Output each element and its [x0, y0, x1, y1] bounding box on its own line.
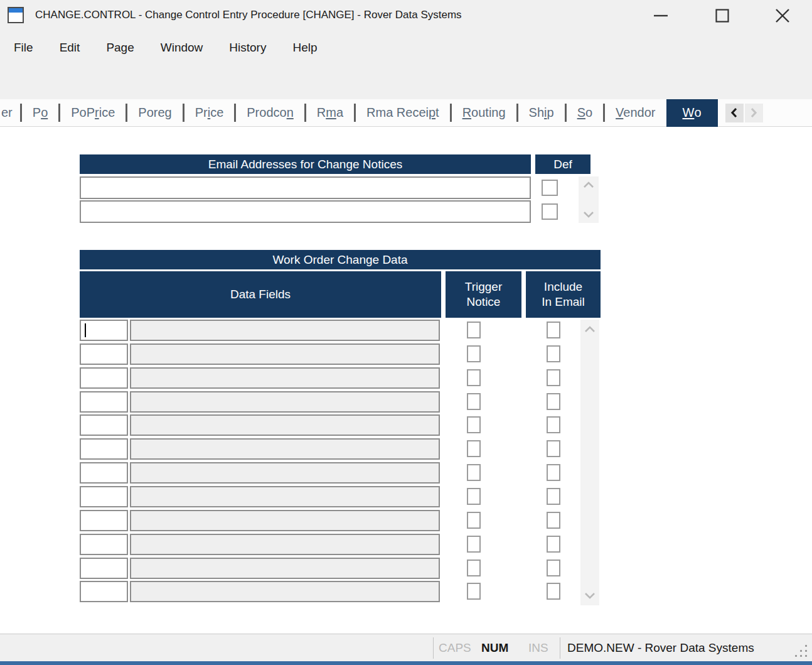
wo-description-row-2-input	[131, 345, 439, 364]
wo-description-row-3	[130, 367, 440, 389]
trigger-notice-checkbox-row-4[interactable]	[467, 393, 481, 410]
wo-description-row-10-input	[131, 535, 439, 554]
wo-description-row-9	[130, 510, 440, 531]
wo-field-row-3	[80, 367, 128, 389]
trigger-notice-checkbox-row-5[interactable]	[467, 416, 481, 433]
include-in-email-checkbox-row-8[interactable]	[547, 488, 560, 505]
include-in-email-checkbox-row-9[interactable]	[547, 512, 560, 529]
tab-routing[interactable]: Routing	[452, 105, 516, 120]
wo-field-row-7	[80, 462, 128, 484]
wo-field-row-8	[80, 486, 128, 507]
tab-prodcon[interactable]: Prodcon	[236, 105, 304, 120]
maximize-button[interactable]	[704, 0, 740, 31]
wo-field-row-9	[80, 510, 128, 531]
tab-scroll-left-button[interactable]	[725, 104, 744, 122]
wo-field-row-9-input[interactable]	[81, 511, 127, 530]
wo-field-row-10-input[interactable]	[81, 535, 127, 554]
close-button[interactable]	[764, 0, 801, 31]
status-separator	[433, 637, 434, 659]
include-in-email-checkbox-row-5[interactable]	[547, 416, 560, 433]
wo-description-row-8	[130, 486, 440, 507]
wo-field-row-11-input[interactable]	[81, 559, 127, 578]
wo-field-row-12-input[interactable]	[81, 582, 127, 601]
tab-strip: erPoPoPricePoregPriceProdconRmaRma Recei…	[0, 99, 812, 127]
wo-description-row-8-input	[131, 487, 439, 506]
wo-field-row-10	[80, 534, 128, 555]
menu-page[interactable]: Page	[106, 41, 134, 55]
trigger-notice-checkbox-row-11[interactable]	[467, 560, 481, 576]
tab-so[interactable]: So	[567, 105, 603, 120]
status-ins-indicator: INS	[528, 634, 548, 661]
trigger-notice-checkbox-row-6[interactable]	[467, 440, 481, 457]
include-in-email-checkbox-row-6[interactable]	[547, 440, 560, 457]
include-in-email-checkbox-row-1[interactable]	[547, 322, 560, 338]
wo-field-row-8-input[interactable]	[81, 487, 127, 506]
close-icon	[775, 8, 790, 23]
trigger-notice-checkbox-row-12[interactable]	[467, 583, 481, 600]
wo-field-row-5-input[interactable]	[81, 416, 127, 435]
include-in-email-checkbox-row-4[interactable]	[547, 393, 560, 410]
chevron-left-icon	[730, 107, 738, 118]
trigger-notice-checkbox-row-10[interactable]	[467, 536, 481, 553]
menu-window[interactable]: Window	[161, 41, 203, 55]
menu-history[interactable]: History	[229, 41, 266, 55]
maximize-icon	[715, 9, 729, 23]
wo-field-row-11	[80, 558, 128, 579]
tab-er[interactable]: er	[0, 105, 20, 120]
include-in-email-checkbox-row-10[interactable]	[547, 536, 560, 553]
wo-field-row-4	[80, 391, 128, 413]
wo-field-row-1-input[interactable]	[81, 321, 127, 340]
wo-field-row-7-input[interactable]	[81, 463, 127, 482]
wo-field-row-2-input[interactable]	[81, 345, 127, 364]
wo-field-row-12	[80, 581, 128, 602]
trigger-notice-checkbox-row-8[interactable]	[467, 488, 481, 505]
menu-help[interactable]: Help	[292, 41, 317, 55]
trigger-notice-checkbox-row-2[interactable]	[467, 345, 481, 362]
trigger-notice-checkbox-row-9[interactable]	[467, 512, 481, 529]
resize-grip[interactable]	[794, 644, 807, 657]
tab-ship[interactable]: Ship	[518, 105, 565, 120]
include-in-email-checkbox-row-3[interactable]	[547, 369, 560, 386]
tab-strip-tabs: erPoPoPricePoregPriceProdconRmaRma Recei…	[0, 99, 718, 126]
tab-price[interactable]: Price	[184, 105, 235, 120]
menu-file[interactable]: File	[14, 41, 33, 55]
scroll-down-icon[interactable]	[584, 592, 596, 600]
scroll-up-icon[interactable]	[584, 325, 596, 333]
tab-rma[interactable]: Rma	[306, 105, 354, 120]
trigger-notice-checkbox-row-7[interactable]	[467, 464, 481, 481]
tab-rma-receipt[interactable]: Rma Receipt	[356, 105, 450, 120]
wo-description-row-2	[130, 343, 440, 365]
wo-description-row-12	[130, 581, 440, 602]
wo-field-row-4-input[interactable]	[81, 392, 127, 411]
tab-poreg[interactable]: Poreg	[127, 105, 182, 120]
window-title: CHANGE.CONTROL - Change Control Entry Pr…	[35, 9, 462, 21]
tab-poprice[interactable]: PoPrice	[60, 105, 126, 120]
wo-field-row-6	[80, 438, 128, 460]
wo-description-row-7	[130, 462, 440, 484]
wo-field-row-6-input[interactable]	[81, 440, 127, 458]
minimize-icon	[653, 14, 668, 17]
include-in-email-checkbox-row-7[interactable]	[547, 464, 560, 481]
menu-bar: FileEditPageWindowHistoryHelp	[0, 33, 812, 63]
wo-description-row-10	[130, 534, 440, 555]
tab-scroll-right-button[interactable]	[745, 104, 763, 122]
trigger-notice-checkbox-row-1[interactable]	[467, 322, 481, 338]
tab-wo[interactable]: Wo	[666, 99, 718, 127]
wo-description-row-7-input	[131, 463, 439, 482]
trigger-notice-checkbox-row-3[interactable]	[467, 369, 481, 386]
wo-description-row-6-input	[131, 440, 439, 458]
tab-vendor[interactable]: Vendor	[605, 105, 666, 120]
minimize-button[interactable]	[643, 0, 679, 31]
work-order-scrollbar[interactable]	[580, 320, 599, 605]
menu-edit[interactable]: Edit	[60, 41, 80, 55]
window-border	[0, 661, 812, 665]
include-in-email-checkbox-row-12[interactable]	[547, 583, 560, 600]
status-num-indicator: NUM	[481, 634, 508, 661]
wo-description-row-1	[130, 320, 440, 341]
include-in-email-checkbox-row-11[interactable]	[547, 560, 560, 576]
wo-description-row-4	[130, 391, 440, 413]
wo-description-row-9-input	[131, 511, 439, 530]
tab-po[interactable]: Po	[22, 105, 58, 120]
include-in-email-checkbox-row-2[interactable]	[547, 345, 560, 362]
wo-field-row-3-input[interactable]	[81, 369, 127, 387]
